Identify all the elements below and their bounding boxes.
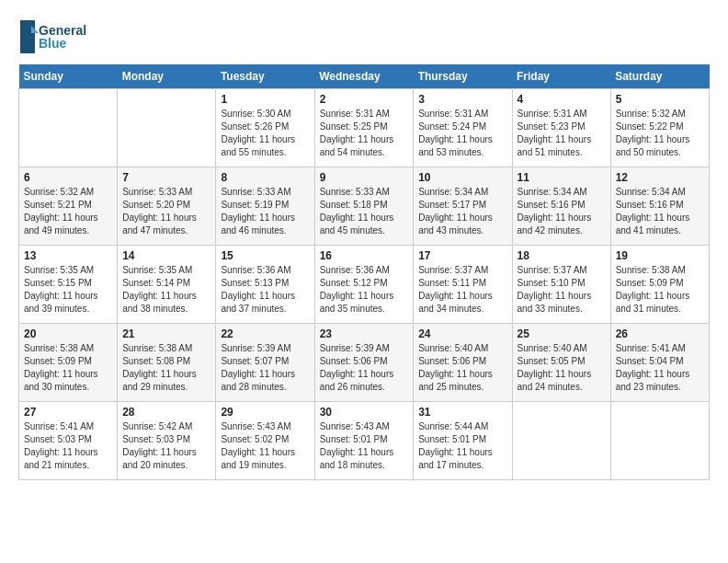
day-info: Sunrise: 5:37 AM Sunset: 5:11 PM Dayligh… xyxy=(418,264,506,316)
calendar-cell: 26Sunrise: 5:41 AM Sunset: 5:04 PM Dayli… xyxy=(610,324,709,402)
day-number: 20 xyxy=(24,327,112,340)
calendar-cell: 22Sunrise: 5:39 AM Sunset: 5:07 PM Dayli… xyxy=(216,324,314,402)
day-number: 30 xyxy=(320,406,409,419)
calendar-cell: 13Sunrise: 5:35 AM Sunset: 5:15 PM Dayli… xyxy=(19,246,118,324)
calendar-cell xyxy=(512,402,610,480)
day-info: Sunrise: 5:34 AM Sunset: 5:16 PM Dayligh… xyxy=(518,186,606,237)
day-number: 10 xyxy=(418,171,506,184)
column-header-friday: Friday xyxy=(512,64,610,89)
day-number: 12 xyxy=(616,171,704,184)
day-number: 2 xyxy=(320,93,409,106)
day-info: Sunrise: 5:31 AM Sunset: 5:23 PM Dayligh… xyxy=(518,108,606,159)
logo: GeneralBlue xyxy=(18,18,92,55)
day-info: Sunrise: 5:37 AM Sunset: 5:10 PM Dayligh… xyxy=(518,264,606,316)
day-info: Sunrise: 5:41 AM Sunset: 5:04 PM Dayligh… xyxy=(616,342,704,394)
calendar-cell xyxy=(19,89,118,167)
day-info: Sunrise: 5:35 AM Sunset: 5:14 PM Dayligh… xyxy=(122,264,210,316)
week-row-1: 1Sunrise: 5:30 AM Sunset: 5:26 PM Daylig… xyxy=(19,89,710,167)
week-row-5: 27Sunrise: 5:41 AM Sunset: 5:03 PM Dayli… xyxy=(19,402,710,480)
day-number: 1 xyxy=(221,93,309,106)
column-header-wednesday: Wednesday xyxy=(314,64,414,89)
day-info: Sunrise: 5:39 AM Sunset: 5:07 PM Dayligh… xyxy=(221,342,309,394)
day-number: 15 xyxy=(221,249,309,262)
day-number: 23 xyxy=(320,327,409,340)
day-number: 27 xyxy=(24,406,112,419)
week-row-3: 13Sunrise: 5:35 AM Sunset: 5:15 PM Dayli… xyxy=(19,246,710,324)
day-info: Sunrise: 5:40 AM Sunset: 5:05 PM Dayligh… xyxy=(518,342,606,394)
day-number: 4 xyxy=(518,93,606,106)
day-number: 6 xyxy=(24,171,112,184)
day-info: Sunrise: 5:33 AM Sunset: 5:20 PM Dayligh… xyxy=(122,186,210,237)
calendar-cell: 25Sunrise: 5:40 AM Sunset: 5:05 PM Dayli… xyxy=(512,324,610,402)
svg-rect-0 xyxy=(20,20,35,53)
calendar-cell: 24Sunrise: 5:40 AM Sunset: 5:06 PM Dayli… xyxy=(414,324,512,402)
calendar-cell: 19Sunrise: 5:38 AM Sunset: 5:09 PM Dayli… xyxy=(610,246,709,324)
calendar-cell: 23Sunrise: 5:39 AM Sunset: 5:06 PM Dayli… xyxy=(314,324,414,402)
day-number: 17 xyxy=(418,249,506,262)
logo-svg: GeneralBlue xyxy=(18,18,92,55)
day-number: 11 xyxy=(518,171,606,184)
day-info: Sunrise: 5:30 AM Sunset: 5:26 PM Dayligh… xyxy=(221,108,309,159)
column-header-thursday: Thursday xyxy=(414,64,512,89)
calendar-cell: 21Sunrise: 5:38 AM Sunset: 5:08 PM Dayli… xyxy=(118,324,216,402)
day-number: 25 xyxy=(518,327,606,340)
column-header-monday: Monday xyxy=(118,64,216,89)
calendar-cell: 2Sunrise: 5:31 AM Sunset: 5:25 PM Daylig… xyxy=(314,89,414,167)
calendar-cell: 8Sunrise: 5:33 AM Sunset: 5:19 PM Daylig… xyxy=(216,167,314,246)
calendar-cell xyxy=(610,402,709,480)
day-info: Sunrise: 5:32 AM Sunset: 5:22 PM Dayligh… xyxy=(616,108,704,159)
calendar-cell: 9Sunrise: 5:33 AM Sunset: 5:18 PM Daylig… xyxy=(314,167,414,246)
calendar-cell: 30Sunrise: 5:43 AM Sunset: 5:01 PM Dayli… xyxy=(314,402,414,480)
svg-text:Blue: Blue xyxy=(39,36,67,51)
calendar-cell: 1Sunrise: 5:30 AM Sunset: 5:26 PM Daylig… xyxy=(216,89,314,167)
day-info: Sunrise: 5:38 AM Sunset: 5:09 PM Dayligh… xyxy=(616,264,704,316)
day-info: Sunrise: 5:41 AM Sunset: 5:03 PM Dayligh… xyxy=(24,420,112,472)
calendar-cell: 11Sunrise: 5:34 AM Sunset: 5:16 PM Dayli… xyxy=(512,167,610,246)
week-row-4: 20Sunrise: 5:38 AM Sunset: 5:09 PM Dayli… xyxy=(19,324,710,402)
day-info: Sunrise: 5:31 AM Sunset: 5:24 PM Dayligh… xyxy=(418,108,506,159)
calendar-cell: 17Sunrise: 5:37 AM Sunset: 5:11 PM Dayli… xyxy=(414,246,512,324)
day-number: 21 xyxy=(122,327,210,340)
calendar-cell: 4Sunrise: 5:31 AM Sunset: 5:23 PM Daylig… xyxy=(512,89,610,167)
day-info: Sunrise: 5:43 AM Sunset: 5:02 PM Dayligh… xyxy=(221,420,309,472)
calendar-cell: 27Sunrise: 5:41 AM Sunset: 5:03 PM Dayli… xyxy=(19,402,118,480)
day-number: 16 xyxy=(320,249,409,262)
calendar-cell: 20Sunrise: 5:38 AM Sunset: 5:09 PM Dayli… xyxy=(19,324,118,402)
calendar-table: SundayMondayTuesdayWednesdayThursdayFrid… xyxy=(18,64,710,480)
calendar-cell: 5Sunrise: 5:32 AM Sunset: 5:22 PM Daylig… xyxy=(610,89,709,167)
day-info: Sunrise: 5:38 AM Sunset: 5:09 PM Dayligh… xyxy=(24,342,112,394)
day-number: 24 xyxy=(418,327,506,340)
day-info: Sunrise: 5:36 AM Sunset: 5:12 PM Dayligh… xyxy=(320,264,409,316)
calendar-cell: 15Sunrise: 5:36 AM Sunset: 5:13 PM Dayli… xyxy=(216,246,314,324)
calendar-header-row: SundayMondayTuesdayWednesdayThursdayFrid… xyxy=(19,64,710,89)
day-number: 18 xyxy=(518,249,606,262)
day-info: Sunrise: 5:38 AM Sunset: 5:08 PM Dayligh… xyxy=(122,342,210,394)
day-number: 26 xyxy=(616,327,704,340)
column-header-tuesday: Tuesday xyxy=(216,64,314,89)
day-info: Sunrise: 5:32 AM Sunset: 5:21 PM Dayligh… xyxy=(24,186,112,237)
column-header-sunday: Sunday xyxy=(19,64,118,89)
day-info: Sunrise: 5:36 AM Sunset: 5:13 PM Dayligh… xyxy=(221,264,309,316)
page-header: GeneralBlue xyxy=(18,18,710,55)
calendar-cell: 14Sunrise: 5:35 AM Sunset: 5:14 PM Dayli… xyxy=(118,246,216,324)
day-info: Sunrise: 5:35 AM Sunset: 5:15 PM Dayligh… xyxy=(24,264,112,316)
calendar-cell: 6Sunrise: 5:32 AM Sunset: 5:21 PM Daylig… xyxy=(19,167,118,246)
day-info: Sunrise: 5:34 AM Sunset: 5:17 PM Dayligh… xyxy=(418,186,506,237)
day-number: 13 xyxy=(24,249,112,262)
calendar-cell: 29Sunrise: 5:43 AM Sunset: 5:02 PM Dayli… xyxy=(216,402,314,480)
day-info: Sunrise: 5:40 AM Sunset: 5:06 PM Dayligh… xyxy=(418,342,506,394)
day-number: 9 xyxy=(320,171,409,184)
calendar-cell xyxy=(118,89,216,167)
calendar-cell: 18Sunrise: 5:37 AM Sunset: 5:10 PM Dayli… xyxy=(512,246,610,324)
day-number: 28 xyxy=(122,406,210,419)
day-info: Sunrise: 5:31 AM Sunset: 5:25 PM Dayligh… xyxy=(320,108,409,159)
calendar-cell: 7Sunrise: 5:33 AM Sunset: 5:20 PM Daylig… xyxy=(118,167,216,246)
day-number: 19 xyxy=(616,249,704,262)
calendar-cell: 3Sunrise: 5:31 AM Sunset: 5:24 PM Daylig… xyxy=(414,89,512,167)
calendar-cell: 31Sunrise: 5:44 AM Sunset: 5:01 PM Dayli… xyxy=(414,402,512,480)
day-info: Sunrise: 5:42 AM Sunset: 5:03 PM Dayligh… xyxy=(122,420,210,472)
day-number: 29 xyxy=(221,406,309,419)
day-number: 14 xyxy=(122,249,210,262)
day-info: Sunrise: 5:33 AM Sunset: 5:19 PM Dayligh… xyxy=(221,186,309,237)
day-number: 7 xyxy=(122,171,210,184)
